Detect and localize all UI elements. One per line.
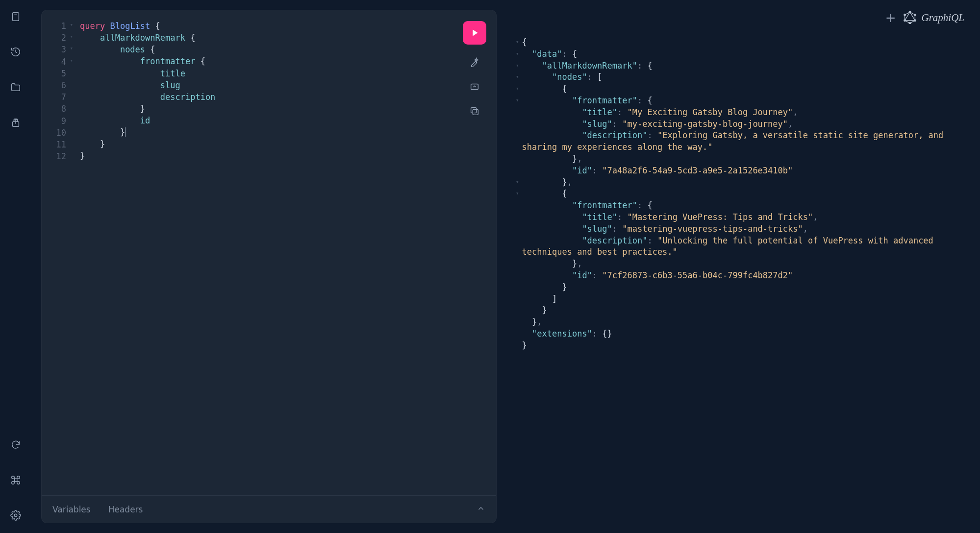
svg-point-11 [909, 11, 911, 13]
svg-point-14 [909, 23, 911, 24]
chevron-up-icon[interactable] [477, 504, 485, 515]
docs-explorer-icon[interactable] [8, 9, 24, 24]
tab-headers[interactable]: Headers [108, 505, 143, 514]
query-editor[interactable]: query BlogList { allMarkdownRemark { nod… [70, 20, 496, 495]
graphiql-logo: GraphiQL [904, 11, 964, 24]
results-panel: + GraphiQL ▾▾▾▾▾▾▾▾ { "data": { "allMa [505, 10, 970, 523]
line-gutter: 1▾2▾3▾4▾56789101112 [42, 20, 70, 495]
svg-marker-5 [473, 30, 477, 36]
merge-icon[interactable] [468, 80, 481, 94]
svg-point-4 [14, 514, 17, 517]
share-icon[interactable] [8, 115, 24, 130]
svg-rect-0 [13, 13, 19, 21]
svg-rect-6 [471, 84, 478, 90]
svg-point-15 [904, 20, 906, 22]
tab-variables[interactable]: Variables [52, 505, 91, 514]
sidebar [0, 0, 31, 533]
copy-icon[interactable] [468, 104, 481, 118]
refresh-icon[interactable] [8, 437, 24, 453]
explorer-icon[interactable] [8, 79, 24, 95]
svg-point-13 [914, 20, 916, 22]
brand-label: GraphiQL [921, 12, 964, 24]
svg-rect-7 [473, 109, 478, 115]
svg-point-16 [904, 14, 906, 16]
prettify-icon[interactable] [468, 55, 481, 69]
history-icon[interactable] [8, 44, 24, 60]
svg-marker-10 [905, 12, 915, 21]
svg-point-12 [914, 14, 916, 16]
result-fold-gutter: ▾▾▾▾▾▾▾▾ [505, 37, 519, 352]
add-tab-button[interactable]: + [885, 11, 896, 24]
result-viewer[interactable]: { "data": { "allMarkdownRemark": { "node… [519, 37, 970, 352]
editor-footer: Variables Headers [42, 495, 496, 523]
shortcuts-icon[interactable] [8, 472, 24, 488]
settings-icon[interactable] [8, 508, 24, 523]
svg-rect-8 [471, 108, 476, 113]
execute-button[interactable] [463, 21, 486, 45]
query-editor-panel: 1▾2▾3▾4▾56789101112 query BlogList { all… [41, 10, 497, 523]
